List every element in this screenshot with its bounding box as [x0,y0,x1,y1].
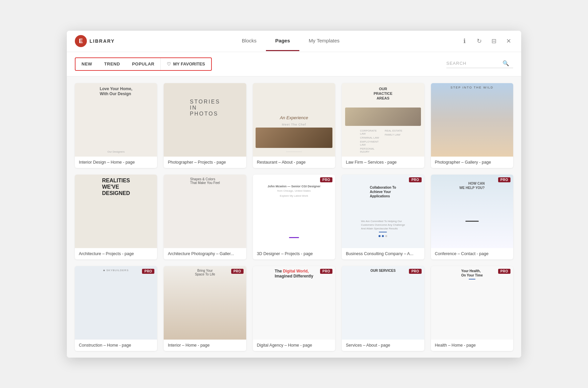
favorites-label: MY FAVORITES [173,61,205,66]
pro-badge-conference: PRO [498,177,510,182]
card-thumb-architecture-projects: REALITIESWE'VEDESIGNED [75,175,157,248]
card-conference-contact[interactable]: PRO HOW CANWE HELP YOU? Conference – Con… [431,175,513,259]
card-thumb-health: PRO Your Health,On Your Time [431,266,513,340]
card-thumb-digital-world: PRO The Digital World,Imagined Different… [253,266,335,340]
card-photographer-projects[interactable]: STORIES IN PHOTOS Photographer – Project… [164,83,246,168]
pro-badge-services: PRO [409,269,421,274]
pro-badge-digital: PRO [320,269,332,274]
card-law-firm[interactable]: OURPRACTICEAREAS CORPORATE LAW CRIMINAL … [342,83,424,168]
card-label-architecture-projects: Architecture – Projects - page [75,248,157,259]
card-label-architecture-photography: Architecture Photography – Galler... [164,248,246,259]
info-icon[interactable]: ℹ [460,36,469,46]
card-3d-designer[interactable]: PRO John Mcwinn — Senior CGI Designer fr… [253,175,335,259]
pro-badge-flower: PRO [231,269,244,274]
card-label-flower-interior: Interior – Home - page [164,340,246,351]
filter-new[interactable]: NEW [76,59,98,69]
card-business-consulting[interactable]: PRO Collaboration ToAchieve YourApplicat… [342,175,424,259]
logo-area: E LIBRARY [75,35,122,47]
card-label-business-consulting: Business Consulting Company – A... [342,248,424,259]
filter-trend[interactable]: TREND [98,59,126,69]
pro-badge-construction: PRO [142,269,154,274]
card-construction[interactable]: PRO ■ SKYBUILDERS Construction – Home - … [75,266,157,351]
tab-pages[interactable]: Pages [266,31,299,51]
card-label-construction: Construction – Home - page [75,340,157,351]
card-health[interactable]: PRO Your Health,On Your Time Health – Ho… [431,266,513,351]
library-modal: E LIBRARY Blocks Pages My Templates ℹ ↻ … [67,31,521,358]
card-label-health: Health – Home - page [431,340,513,351]
card-label-conference-contact: Conference – Contact - page [431,248,513,259]
card-thumb-photographer-gallery: STEP INTO THE WILD [431,83,513,157]
card-thumb-photographer-projects: STORIES IN PHOTOS [164,83,246,157]
elementor-logo-icon: E [75,35,87,47]
card-restaurant-about[interactable]: An Experience Meet The Chef ············… [253,83,335,168]
card-thumb-construction: PRO ■ SKYBUILDERS [75,266,157,340]
card-thumb-interior-design: Love Your Home,With Our Design Our Desig… [75,83,157,157]
card-thumb-law-firm: OURPRACTICEAREAS CORPORATE LAW CRIMINAL … [342,83,424,157]
card-label-our-services: Services – About - page [342,340,424,351]
card-label-digital-world: Digital Agency – Home - page [253,340,335,351]
filter-popular[interactable]: POPULAR [126,59,160,69]
card-label-photographer-projects: Photographer – Projects - page [164,157,246,168]
card-thumb-3d-designer: PRO John Mcwinn — Senior CGI Designer fr… [253,175,335,248]
filter-favorites[interactable]: ♡ MY FAVORITES [161,59,211,69]
stories-label: STORIES IN PHOTOS [190,99,220,117]
pro-badge-health: PRO [498,269,510,274]
card-thumb-our-services: PRO OUR SERVICES [342,266,424,340]
refresh-icon[interactable]: ↻ [474,36,484,46]
main-nav: Blocks Pages My Templates [122,31,460,51]
card-label-3d-designer: 3D Designer – Projects - page [253,248,335,259]
header-actions: ℹ ↻ ⊟ ✕ [460,36,513,46]
card-thumb-flower-interior: PRO Bring YourSpace To Life [164,266,246,340]
tab-my-templates[interactable]: My Templates [299,31,349,51]
card-label-interior-design: Interior Design – Home - page [75,157,157,168]
save-icon[interactable]: ⊟ [489,36,498,46]
template-grid-container: Love Your Home,With Our Design Our Desig… [67,76,521,358]
search-input[interactable] [446,61,500,66]
card-photographer-gallery[interactable]: STEP INTO THE WILD Photographer – Galler… [431,83,513,168]
tab-blocks[interactable]: Blocks [233,31,266,51]
search-area: 🔍 [446,60,513,68]
card-architecture-projects[interactable]: REALITIESWE'VEDESIGNED Architecture – Pr… [75,175,157,259]
card-thumb-conference-contact: PRO HOW CANWE HELP YOU? [431,175,513,248]
card-thumb-business-consulting: PRO Collaboration ToAchieve YourApplicat… [342,175,424,248]
pro-badge-business: PRO [409,177,421,182]
card-our-services[interactable]: PRO OUR SERVICES Services – About - page [342,266,424,351]
card-label-law-firm: Law Firm – Services - page [342,157,424,168]
filter-tabs: NEW TREND POPULAR ♡ MY FAVORITES [75,57,212,71]
close-icon[interactable]: ✕ [504,36,513,46]
pro-badge-3d: PRO [320,177,332,182]
card-interior-design[interactable]: Love Your Home,With Our Design Our Desig… [75,83,157,168]
card-thumb-architecture-photography: Shapes & ColorsThat Make You Feel [164,175,246,248]
card-label-photographer-gallery: Photographer – Gallery - page [431,157,513,168]
card-architecture-photography[interactable]: Shapes & ColorsThat Make You Feel Archit… [164,175,246,259]
card-digital-world[interactable]: PRO The Digital World,Imagined Different… [253,266,335,351]
search-icon: 🔍 [502,60,509,66]
template-grid: Love Your Home,With Our Design Our Desig… [75,83,513,351]
library-title: LIBRARY [90,38,115,44]
card-thumb-restaurant: An Experience Meet The Chef ············… [253,83,335,157]
header: E LIBRARY Blocks Pages My Templates ℹ ↻ … [67,31,521,52]
card-flower-interior[interactable]: PRO Bring YourSpace To Life Interior – H… [164,266,246,351]
filter-bar: NEW TREND POPULAR ♡ MY FAVORITES 🔍 [67,52,521,76]
heart-icon: ♡ [167,61,171,67]
card-label-restaurant: Restaurant – About - page [253,157,335,168]
